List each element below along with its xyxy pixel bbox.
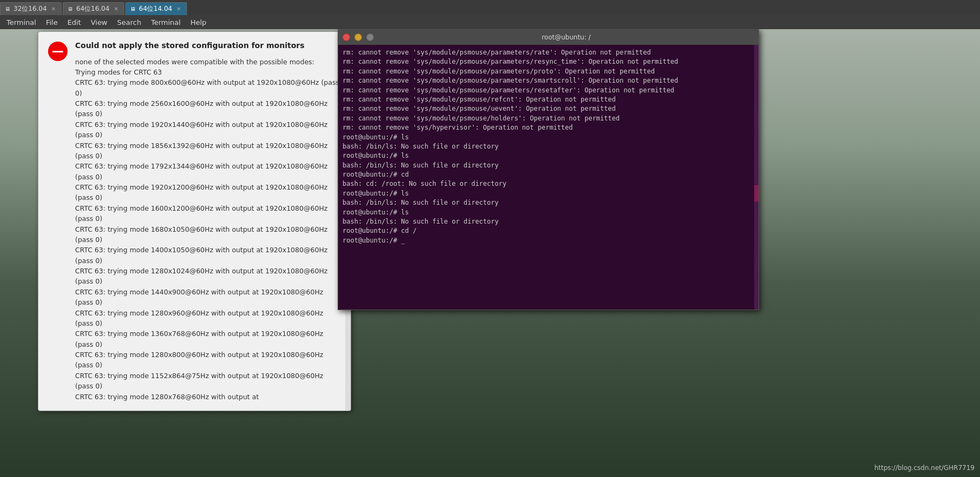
terminal-line: rm: cannot remove 'sys/module/psmouse/ue… [343,104,754,113]
menu-edit[interactable]: Edit [63,17,85,28]
terminal-line: root@ubuntu:/# ls [343,189,754,198]
terminal-line: root@ubuntu:/# ls [343,151,754,160]
error-line: CRTC 63: trying mode 1856x1392@60Hz with… [75,140,342,162]
error-line: CRTC 63: trying mode 1440x900@60Hz with … [75,287,342,308]
error-line: CRTC 63: trying mode 1280x768@60Hz with … [75,392,342,402]
tab-icon-3: 🖥 [130,6,136,12]
terminal-line: bash: /bin/ls: No such file or directory [343,198,754,207]
watermark: https://blog.csdn.net/GHR7719 [874,464,975,472]
tab-64bit-14[interactable]: 🖥 64位14.04 ✕ [125,2,187,15]
terminal-title: root@ubuntu: / [378,33,754,41]
error-line: CRTC 63: trying mode 1280x960@60Hz with … [75,308,342,329]
terminal-line: root@ubuntu:/# ls [343,133,754,142]
error-intro: none of the selected modes were compatib… [75,58,314,66]
error-line: CRTC 63: trying mode 1792x1344@60Hz with… [75,161,342,182]
window-minimize-button[interactable] [354,33,362,41]
error-line: CRTC 63: trying mode 1280x1024@60Hz with… [75,266,342,287]
error-line: CRTC 63: trying mode 1920x1200@60Hz with… [75,182,342,203]
terminal-line: bash: /bin/ls: No such file or directory [343,142,754,151]
menu-help[interactable]: Help [186,17,211,28]
terminal-line: rm: cannot remove 'sys/hypervisor': Oper… [343,123,754,132]
error-title: Could not apply the stored configuration… [75,41,342,51]
window-maximize-button[interactable] [366,33,374,41]
terminal-line: root@ubuntu:/# cd / [343,226,754,236]
menu-file[interactable]: File [42,17,62,28]
error-body: none of the selected modes were compatib… [75,57,342,67]
error-line: CRTC 63: trying mode 800x600@60Hz with o… [75,77,342,98]
error-line: CRTC 63: trying mode 1400x1050@60Hz with… [75,245,342,266]
terminal-window: root@ubuntu: / rm: cannot remove 'sys/mo… [338,29,759,310]
tab-icon-1: 🖥 [5,6,10,12]
error-line: Trying modes for CRTC 63 [75,67,342,77]
error-line: CRTC 63: trying mode 1920x1440@60Hz with… [75,119,342,140]
tab-32bit[interactable]: 🖥 32位16.04 ✕ [0,2,62,15]
terminal-scrollbar-thumb[interactable] [754,185,759,201]
terminal-line: root@ubuntu:/# _ [343,236,754,245]
terminal-line: rm: cannot remove 'sys/module/psmouse/pa… [343,86,754,95]
menu-terminal-app[interactable]: Terminal [2,17,41,28]
error-line: CRTC 63: trying mode 1152x864@75Hz with … [75,371,342,392]
error-icon-container: — [47,42,69,63]
tab-label-1: 32位16.04 [14,4,47,14]
error-line: CRTC 63: trying mode 1360x768@60Hz with … [75,328,342,350]
error-icon: — [48,42,68,61]
error-line: CRTC 63: trying mode 1600x1200@60Hz with… [75,203,342,224]
tab-icon-2: 🖥 [68,6,73,12]
menubar: Terminal File Edit View Search Terminal … [0,15,980,29]
terminal-line: bash: cd: /root: No such file or directo… [343,179,754,189]
menu-terminal[interactable]: Terminal [146,17,185,28]
terminal-line: rm: cannot remove 'sys/module/psmouse/ho… [343,114,754,123]
terminal-line: bash: /bin/ls: No such file or directory [343,217,754,226]
error-line: CRTC 63: trying mode 1680x1050@60Hz with… [75,224,342,245]
terminal-line: bash: /bin/ls: No such file or directory [343,161,754,170]
terminal-line: rm: cannot remove 'sys/module/psmouse/pa… [343,48,754,57]
tab-close-1[interactable]: ✕ [50,5,57,12]
menu-search[interactable]: Search [113,17,146,28]
menu-view[interactable]: View [86,17,112,28]
terminal-line: rm: cannot remove 'sys/module/psmouse/pa… [343,67,754,76]
terminal-scrollbar[interactable] [754,45,759,310]
error-text-container: Could not apply the stored configuration… [75,41,342,402]
terminal-line: rm: cannot remove 'sys/module/psmouse/pa… [343,57,754,66]
window-close-button[interactable] [343,33,350,41]
terminal-line: root@ubuntu:/# ls [343,208,754,217]
error-dialog: — Could not apply the stored configurati… [38,31,351,411]
tab-label-2: 64位16.04 [76,4,110,14]
terminal-line: root@ubuntu:/# cd [343,170,754,179]
error-line: CRTC 63: trying mode 2560x1600@60Hz with… [75,98,342,119]
terminal-body[interactable]: rm: cannot remove 'sys/module/psmouse/pa… [338,45,759,310]
taskbar: 🖥 32位16.04 ✕ 🖥 64位16.04 ✕ 🖥 64位14.04 ✕ [0,0,980,15]
error-lines: Trying modes for CRTC 63CRTC 63: trying … [75,67,342,402]
terminal-line: rm: cannot remove 'sys/module/psmouse/re… [343,95,754,104]
tab-close-3[interactable]: ✕ [176,5,182,12]
tab-64bit-16[interactable]: 🖥 64位16.04 ✕ [63,2,124,15]
terminal-line: rm: cannot remove 'sys/module/psmouse/pa… [343,76,754,85]
tab-close-2[interactable]: ✕ [113,5,119,12]
error-line: CRTC 63: trying mode 1280x800@60Hz with … [75,350,342,371]
terminal-titlebar: root@ubuntu: / [338,30,759,45]
tab-label-3: 64位14.04 [139,4,172,14]
